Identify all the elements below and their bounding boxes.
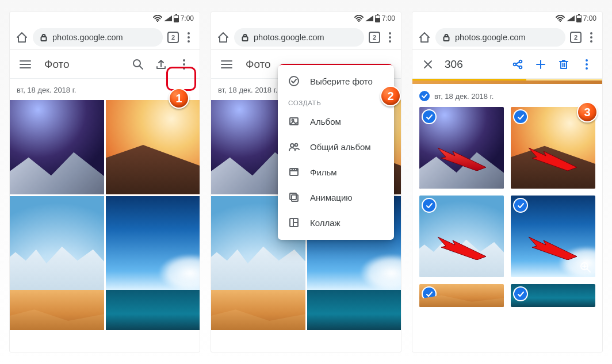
close-icon[interactable] <box>418 55 438 74</box>
tab-count[interactable]: 2 <box>369 32 380 43</box>
svg-rect-1 <box>41 37 47 41</box>
svg-line-29 <box>516 65 519 67</box>
browser-menu-icon[interactable] <box>385 30 395 44</box>
date-checkbox-icon <box>419 91 430 101</box>
check-icon <box>514 288 527 300</box>
app-title: Фото <box>44 58 70 71</box>
date-header-selected[interactable]: вт, 18 дек. 2018 г. <box>412 87 602 107</box>
photo-grid-partial <box>10 290 200 330</box>
photo-thumbnail[interactable] <box>10 100 104 194</box>
url-bar[interactable]: photos.google.com <box>33 28 163 47</box>
upload-icon[interactable] <box>151 55 171 74</box>
zoom-icon[interactable] <box>488 173 500 185</box>
search-icon[interactable] <box>128 55 148 74</box>
clock: 7:00 <box>382 14 395 22</box>
date-text: вт, 18 дек. 2018 г. <box>17 86 76 94</box>
tab-count[interactable]: 2 <box>167 32 179 43</box>
menu-label: Выберите фото <box>310 76 373 86</box>
phone-screen-2: 7:00 photos.google.com 2 Фото вт, 18 дек… <box>211 12 401 352</box>
image-icon <box>288 116 300 127</box>
partial-photo-strip <box>412 81 602 84</box>
menu-item-collage[interactable]: Коллаж <box>278 210 394 235</box>
menu-label: Анимацию <box>310 193 353 202</box>
photos-toolbar: Фото <box>10 50 200 79</box>
zoom-icon[interactable] <box>488 261 500 274</box>
home-icon[interactable] <box>418 31 431 44</box>
photo-thumbnail[interactable] <box>10 196 104 290</box>
battery-icon <box>174 15 179 22</box>
zoom-icon[interactable] <box>579 173 592 185</box>
menu-item-shared-album[interactable]: Общий альбом <box>278 134 394 159</box>
photo-thumbnail[interactable] <box>307 290 401 330</box>
signal-icon <box>365 16 373 21</box>
battery-icon <box>576 15 582 22</box>
check-icon <box>423 288 435 300</box>
wifi-icon <box>556 15 565 22</box>
wifi-icon <box>354 15 364 22</box>
svg-point-42 <box>489 263 496 270</box>
photo-grid-selected <box>412 107 602 277</box>
status-bar: 7:00 <box>10 12 200 25</box>
svg-point-4 <box>358 21 359 22</box>
menu-item-animation[interactable]: Анимацию <box>278 185 394 210</box>
photo-thumbnail[interactable] <box>211 290 305 330</box>
lock-icon <box>442 33 450 41</box>
trash-icon[interactable] <box>554 55 573 74</box>
svg-point-21 <box>559 21 560 22</box>
photo-thumbnail-selected[interactable] <box>511 196 595 277</box>
menu-item-select-photos[interactable]: Выберите фото <box>278 68 394 94</box>
photo-thumbnail-selected[interactable] <box>419 196 504 277</box>
photo-thumbnail[interactable] <box>106 100 200 194</box>
date-text: вт, 18 дек. 2018 г. <box>218 86 277 94</box>
people-icon <box>288 141 300 152</box>
status-bar: 7:00 <box>211 12 401 25</box>
signal-icon <box>567 16 575 21</box>
url-bar[interactable]: photos.google.com <box>234 28 364 47</box>
svg-point-2 <box>133 60 140 67</box>
zoom-icon[interactable] <box>579 261 592 274</box>
more-icon[interactable] <box>174 55 194 74</box>
photo-thumbnail-selected[interactable] <box>419 284 504 307</box>
photo-thumbnail[interactable] <box>106 290 200 330</box>
home-icon[interactable] <box>16 31 28 44</box>
tab-count[interactable]: 2 <box>570 32 582 43</box>
wifi-icon <box>153 15 162 22</box>
step-badge-2: 2 <box>380 86 401 106</box>
phone-screen-1: 7:00 photos.google.com 2 Фото <box>9 12 200 352</box>
browser-menu-icon[interactable] <box>183 30 194 44</box>
svg-line-28 <box>516 62 519 64</box>
phone-screen-3: 7:00 photos.google.com 2 306 <box>412 12 603 352</box>
step-badge-1: 1 <box>169 88 189 109</box>
photo-thumbnail[interactable] <box>106 196 200 290</box>
checkmark-circle-icon <box>288 75 300 87</box>
home-icon[interactable] <box>217 31 230 44</box>
menu-item-movie[interactable]: Фильм <box>278 159 394 185</box>
selection-count: 306 <box>445 58 463 71</box>
step-badge-3: 3 <box>577 102 598 122</box>
photo-grid-partial <box>211 290 401 330</box>
clock: 7:00 <box>181 14 194 22</box>
more-icon[interactable] <box>577 55 596 74</box>
signal-icon <box>164 16 172 21</box>
url-bar[interactable]: photos.google.com <box>435 28 565 47</box>
svg-rect-16 <box>292 195 298 201</box>
photo-thumbnail-selected[interactable] <box>419 107 504 189</box>
photo-grid-selected-partial <box>412 284 602 307</box>
browser-menu-icon[interactable] <box>586 30 596 44</box>
svg-point-9 <box>290 144 294 147</box>
photo-thumbnail-selected[interactable] <box>511 284 595 307</box>
add-icon[interactable] <box>531 55 550 74</box>
menu-item-album[interactable]: Альбом <box>278 109 394 134</box>
url-text: photos.google.com <box>52 33 123 42</box>
film-icon <box>288 166 300 178</box>
browser-chrome: photos.google.com 2 <box>211 25 401 50</box>
svg-point-0 <box>156 21 158 22</box>
svg-point-10 <box>295 144 298 147</box>
photo-thumbnail[interactable] <box>10 290 104 330</box>
browser-chrome: photos.google.com 2 <box>10 25 200 50</box>
menu-icon[interactable] <box>217 55 236 74</box>
svg-point-6 <box>289 76 299 86</box>
share-icon[interactable] <box>508 55 527 74</box>
menu-icon[interactable] <box>16 55 35 74</box>
menu-label: Альбом <box>310 117 341 127</box>
